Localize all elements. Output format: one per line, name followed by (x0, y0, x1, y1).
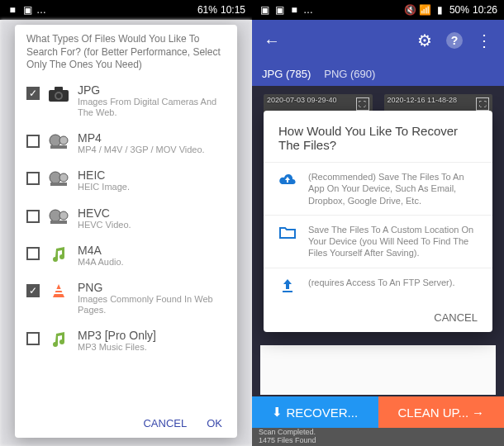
svg-point-11 (59, 211, 68, 220)
help-icon[interactable]: ? (445, 31, 464, 50)
image-icon: ▣ (273, 4, 285, 16)
checkbox[interactable] (26, 332, 40, 345)
cleanup-button[interactable]: CLEAN UP... → (378, 396, 505, 428)
file-type-list: JPG Images From Digital Cameras And The … (15, 77, 237, 409)
tab-bar: JPG (785) PNG (690) (252, 61, 504, 86)
expand-icon[interactable]: ⛶ (476, 97, 489, 111)
content-area: 2020-07-03 09-29-40 JPG, 43,82 KB ⛶ 2020… (252, 86, 504, 446)
cloud-upload-icon (278, 171, 297, 189)
option-folder[interactable]: Save The Files To A Custom Location On Y… (264, 215, 492, 268)
wifi-icon: 📶 (420, 4, 431, 16)
file-row-jpg[interactable]: JPG Images From Digital Cameras And The … (15, 77, 237, 125)
ok-button[interactable]: OK (207, 417, 222, 429)
svg-rect-14 (54, 292, 64, 294)
cone-icon (48, 281, 69, 302)
file-row-heic[interactable]: HEIC HEIC Image. (15, 162, 237, 199)
file-row-mp3[interactable]: MP3 [Pro Only] MP3 Music Files. (15, 322, 237, 359)
clock: 10:26 (473, 4, 497, 16)
clock: 10:15 (221, 4, 245, 16)
left-phone: ■ ▣ … 61% 10:15 What Types Of Files Woul… (0, 0, 252, 446)
video-icon: ■ (288, 4, 300, 16)
file-row-hevc[interactable]: HEVC HEVC Video. (15, 200, 237, 237)
tab-png[interactable]: PNG (690) (324, 68, 375, 80)
option-ftp[interactable]: (requires Access To An FTP Server). (264, 268, 492, 303)
battery-text: 61% (197, 4, 217, 16)
svg-rect-13 (55, 289, 63, 291)
checkbox[interactable] (26, 87, 40, 100)
signal-icon: ▮ (435, 4, 446, 16)
checkbox[interactable] (26, 284, 40, 297)
file-row-m4a[interactable]: M4A M4A Audio. (15, 237, 237, 274)
option-cloud[interactable]: (Recommended) Save The Files To An App O… (264, 162, 492, 215)
app-bar: ← ⚙ ? ⋮ (252, 20, 504, 61)
svg-rect-1 (55, 87, 63, 92)
status-bar: ■ ▣ … 61% 10:15 (0, 0, 252, 20)
camera-icon (48, 83, 69, 105)
svg-rect-6 (50, 145, 67, 149)
svg-rect-9 (50, 183, 67, 186)
overflow-icon[interactable]: ⋮ (474, 31, 494, 50)
right-phone: ▣ ▣ ■ … 🔇 📶 ▮ 50% 10:26 ← ⚙ ? ⋮ JPG (785… (252, 0, 504, 446)
back-icon[interactable]: ← (262, 31, 282, 50)
svg-point-5 (59, 136, 68, 145)
tab-jpg[interactable]: JPG (785) (262, 68, 311, 80)
svg-point-8 (59, 173, 68, 182)
music-note-icon (48, 329, 69, 350)
dialog-title: How Would You Like To Recover The Files? (264, 111, 492, 162)
dialog-title: What Types Of Files Would You Like To Se… (15, 25, 237, 77)
download-icon: ⬇ (272, 405, 283, 420)
file-type-dialog: What Types Of Files Would You Like To Se… (15, 25, 237, 438)
cancel-button[interactable]: CANCEL (143, 417, 187, 429)
bottom-bar: ⬇ RECOVER... CLEAN UP... → (252, 396, 504, 428)
gear-icon[interactable]: ⚙ (415, 31, 435, 50)
svg-rect-12 (50, 221, 67, 224)
upload-icon (278, 277, 297, 295)
video-icon: ■ (7, 4, 18, 16)
expand-icon[interactable]: ⛶ (356, 97, 369, 111)
film-icon (48, 168, 69, 190)
arrow-right-icon: → (472, 406, 484, 420)
scan-status: Scan Completed. 1475 Files Found (252, 428, 504, 446)
image-icon: ▣ (259, 4, 270, 16)
file-row-png[interactable]: PNG Images Commonly Found In Web Pages. (15, 274, 237, 322)
cancel-button[interactable]: CANCEL (434, 311, 478, 324)
checkbox[interactable] (26, 210, 40, 223)
film-icon (48, 131, 69, 153)
music-note-icon (48, 244, 69, 265)
mute-icon: 🔇 (405, 4, 416, 16)
recover-dialog: How Would You Like To Recover The Files?… (264, 111, 492, 332)
battery-text: 50% (449, 4, 469, 16)
status-bar: ▣ ▣ ■ … 🔇 📶 ▮ 50% 10:26 (252, 0, 504, 20)
chat-icon: ▣ (21, 4, 33, 16)
checkbox[interactable] (26, 135, 40, 148)
folder-icon (278, 224, 297, 242)
checkbox[interactable] (26, 247, 40, 260)
film-icon (48, 206, 69, 228)
svg-point-3 (56, 93, 61, 98)
file-row-mp4[interactable]: MP4 MP4 / M4V / 3GP / MOV Video. (15, 125, 237, 162)
svg-text:?: ? (451, 34, 459, 47)
recover-button[interactable]: ⬇ RECOVER... (252, 396, 378, 428)
checkbox[interactable] (26, 172, 40, 185)
